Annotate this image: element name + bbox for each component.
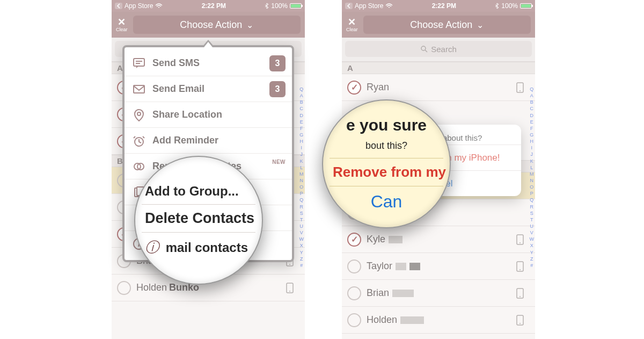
search-placeholder: Search: [431, 45, 457, 54]
index-letter[interactable]: G: [299, 132, 304, 138]
contact-first: Brian: [367, 287, 389, 299]
index-letter[interactable]: D: [299, 112, 304, 119]
index-letter[interactable]: Q: [299, 197, 304, 203]
index-letter[interactable]: J: [299, 151, 304, 157]
popover-item-email[interactable]: Send Email3: [125, 76, 292, 102]
index-letter[interactable]: S: [299, 210, 304, 217]
contact-row[interactable]: Holden: [342, 307, 535, 334]
index-letter[interactable]: Z: [299, 256, 304, 262]
back-to-appstore[interactable]: [345, 3, 353, 9]
popover-item-label: Send SMS: [152, 57, 200, 69]
search-icon: [420, 45, 428, 53]
index-letter[interactable]: #: [530, 262, 535, 269]
choose-action-button[interactable]: Choose Action ⌄: [133, 16, 301, 34]
svg-point-31: [519, 296, 521, 297]
checkbox-icon[interactable]: [347, 233, 361, 247]
index-letter[interactable]: E: [299, 119, 304, 125]
index-letter[interactable]: M: [530, 171, 535, 177]
index-letter[interactable]: O: [299, 184, 304, 190]
index-letter[interactable]: I: [299, 145, 304, 151]
index-letter[interactable]: U: [299, 223, 304, 229]
index-letter[interactable]: R: [530, 204, 535, 210]
index-letter[interactable]: B: [530, 99, 535, 105]
contact-row[interactable]: Taylor: [342, 253, 535, 280]
chevron-down-icon: ⌄: [477, 20, 484, 30]
popover-item-sms[interactable]: Send SMS3: [125, 51, 292, 76]
wifi-icon: [155, 3, 163, 9]
index-letter[interactable]: X: [530, 242, 535, 249]
index-letter[interactable]: O: [530, 184, 535, 190]
contact-row[interactable]: Brian: [342, 280, 535, 307]
index-letter[interactable]: N: [299, 177, 304, 184]
checkbox-icon[interactable]: [117, 281, 131, 295]
clear-button[interactable]: ✕ Clear: [346, 17, 358, 32]
index-letter[interactable]: L: [530, 164, 535, 171]
index-letter[interactable]: T: [530, 217, 535, 223]
index-letter[interactable]: A: [299, 92, 304, 99]
index-letter[interactable]: T: [299, 217, 304, 223]
index-letter[interactable]: K: [530, 158, 535, 164]
index-letter[interactable]: F: [530, 125, 535, 132]
search-input[interactable]: Search: [345, 41, 532, 57]
index-letter[interactable]: N: [530, 177, 535, 184]
clear-button[interactable]: ✕ Clear: [116, 17, 128, 32]
index-letter[interactable]: Q: [299, 86, 304, 92]
redacted-text: [409, 263, 420, 270]
index-letter[interactable]: S: [530, 210, 535, 217]
checkbox-icon[interactable]: [347, 81, 361, 95]
contact-row[interactable]: Kyle: [342, 226, 535, 253]
index-letter[interactable]: V: [299, 229, 304, 236]
index-letter[interactable]: Q: [530, 197, 535, 203]
toolbar: ✕ Clear Choose Action ⌄: [112, 12, 305, 38]
index-letter[interactable]: R: [299, 204, 304, 210]
contact-first: Kyle: [367, 234, 385, 245]
index-letter[interactable]: #: [299, 262, 304, 269]
index-letter[interactable]: Q: [530, 86, 535, 92]
popover-item-label: Add Reminder: [152, 135, 218, 146]
index-letter[interactable]: P: [530, 190, 535, 197]
index-letter[interactable]: J: [530, 151, 535, 157]
location-icon: [132, 108, 146, 122]
popover-item-location[interactable]: Share Location: [125, 102, 292, 128]
index-letter[interactable]: X: [299, 242, 304, 249]
index-letter[interactable]: M: [299, 171, 304, 177]
checkbox-icon[interactable]: [347, 259, 361, 273]
index-letter[interactable]: E: [530, 119, 535, 125]
contact-row[interactable]: Ryan: [342, 74, 535, 101]
index-letter[interactable]: W: [530, 236, 535, 242]
checkbox-icon[interactable]: [347, 286, 361, 300]
popover-item-reminder[interactable]: Add Reminder: [125, 128, 292, 154]
index-letter[interactable]: C: [299, 105, 304, 112]
searchbar-wrap: Search: [342, 38, 535, 62]
index-letter[interactable]: W: [299, 236, 304, 242]
index-letter[interactable]: P: [299, 190, 304, 197]
clear-label: Clear: [346, 27, 358, 32]
index-letter[interactable]: L: [299, 164, 304, 171]
email-icon: [132, 82, 146, 96]
choose-action-button[interactable]: Choose Action ⌄: [363, 16, 531, 34]
svg-point-33: [519, 323, 521, 324]
index-letter[interactable]: V: [530, 229, 535, 236]
alpha-index[interactable]: QABCDEFGHIJKLMNOPQRSTUVWXYZ#: [530, 86, 535, 269]
index-letter[interactable]: Y: [299, 249, 304, 256]
device-icon: [516, 234, 524, 245]
contact-first: Holden: [136, 282, 167, 293]
checkbox-icon[interactable]: [347, 313, 361, 327]
index-letter[interactable]: K: [299, 158, 304, 164]
index-letter[interactable]: G: [530, 132, 535, 138]
index-letter[interactable]: Z: [530, 256, 535, 262]
index-letter[interactable]: C: [530, 105, 535, 112]
index-letter[interactable]: B: [299, 99, 304, 105]
back-to-appstore[interactable]: [115, 3, 122, 9]
index-letter[interactable]: F: [299, 125, 304, 132]
alpha-index[interactable]: QABCDEFGHIJKLMNOPQRSTUVWXYZ#: [299, 86, 304, 269]
index-letter[interactable]: D: [530, 112, 535, 119]
index-letter[interactable]: U: [530, 223, 535, 229]
index-letter[interactable]: A: [530, 92, 535, 99]
index-letter[interactable]: H: [530, 138, 535, 145]
wifi-icon: [385, 3, 393, 9]
index-letter[interactable]: H: [299, 138, 304, 145]
magnified-line: Add to Group...: [142, 178, 255, 204]
index-letter[interactable]: I: [530, 145, 535, 151]
index-letter[interactable]: Y: [530, 249, 535, 256]
